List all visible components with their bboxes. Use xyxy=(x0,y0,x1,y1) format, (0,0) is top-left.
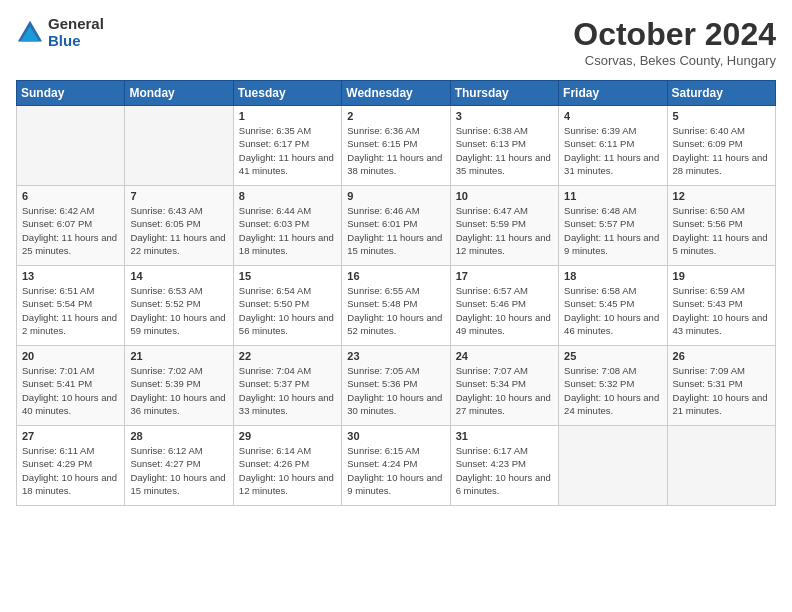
logo-icon xyxy=(16,19,44,47)
day-number: 10 xyxy=(456,190,553,202)
header-day-wednesday: Wednesday xyxy=(342,81,450,106)
day-number: 29 xyxy=(239,430,336,442)
day-number: 4 xyxy=(564,110,661,122)
header-day-monday: Monday xyxy=(125,81,233,106)
day-info: Sunrise: 6:44 AM Sunset: 6:03 PM Dayligh… xyxy=(239,204,336,257)
day-number: 3 xyxy=(456,110,553,122)
day-number: 13 xyxy=(22,270,119,282)
day-info: Sunrise: 6:11 AM Sunset: 4:29 PM Dayligh… xyxy=(22,444,119,497)
day-number: 26 xyxy=(673,350,770,362)
calendar-week-1: 1Sunrise: 6:35 AM Sunset: 6:17 PM Daylig… xyxy=(17,106,776,186)
day-info: Sunrise: 6:12 AM Sunset: 4:27 PM Dayligh… xyxy=(130,444,227,497)
day-number: 27 xyxy=(22,430,119,442)
day-number: 12 xyxy=(673,190,770,202)
calendar-cell xyxy=(17,106,125,186)
day-number: 1 xyxy=(239,110,336,122)
day-number: 20 xyxy=(22,350,119,362)
day-number: 7 xyxy=(130,190,227,202)
day-info: Sunrise: 6:47 AM Sunset: 5:59 PM Dayligh… xyxy=(456,204,553,257)
day-number: 24 xyxy=(456,350,553,362)
calendar-cell: 17Sunrise: 6:57 AM Sunset: 5:46 PM Dayli… xyxy=(450,266,558,346)
location: Csorvas, Bekes County, Hungary xyxy=(573,53,776,68)
header-day-sunday: Sunday xyxy=(17,81,125,106)
calendar-cell: 14Sunrise: 6:53 AM Sunset: 5:52 PM Dayli… xyxy=(125,266,233,346)
day-number: 2 xyxy=(347,110,444,122)
day-info: Sunrise: 7:04 AM Sunset: 5:37 PM Dayligh… xyxy=(239,364,336,417)
calendar-cell: 19Sunrise: 6:59 AM Sunset: 5:43 PM Dayli… xyxy=(667,266,775,346)
calendar-cell: 10Sunrise: 6:47 AM Sunset: 5:59 PM Dayli… xyxy=(450,186,558,266)
calendar-cell: 28Sunrise: 6:12 AM Sunset: 4:27 PM Dayli… xyxy=(125,426,233,506)
day-info: Sunrise: 6:59 AM Sunset: 5:43 PM Dayligh… xyxy=(673,284,770,337)
day-number: 30 xyxy=(347,430,444,442)
day-number: 6 xyxy=(22,190,119,202)
day-info: Sunrise: 6:54 AM Sunset: 5:50 PM Dayligh… xyxy=(239,284,336,337)
logo-general: General xyxy=(48,16,104,33)
calendar-cell xyxy=(667,426,775,506)
day-number: 18 xyxy=(564,270,661,282)
day-info: Sunrise: 6:53 AM Sunset: 5:52 PM Dayligh… xyxy=(130,284,227,337)
day-number: 5 xyxy=(673,110,770,122)
calendar-cell: 29Sunrise: 6:14 AM Sunset: 4:26 PM Dayli… xyxy=(233,426,341,506)
day-info: Sunrise: 6:46 AM Sunset: 6:01 PM Dayligh… xyxy=(347,204,444,257)
header-day-thursday: Thursday xyxy=(450,81,558,106)
day-info: Sunrise: 6:55 AM Sunset: 5:48 PM Dayligh… xyxy=(347,284,444,337)
day-info: Sunrise: 7:09 AM Sunset: 5:31 PM Dayligh… xyxy=(673,364,770,417)
calendar-cell: 22Sunrise: 7:04 AM Sunset: 5:37 PM Dayli… xyxy=(233,346,341,426)
day-info: Sunrise: 6:15 AM Sunset: 4:24 PM Dayligh… xyxy=(347,444,444,497)
day-info: Sunrise: 7:07 AM Sunset: 5:34 PM Dayligh… xyxy=(456,364,553,417)
calendar-cell: 26Sunrise: 7:09 AM Sunset: 5:31 PM Dayli… xyxy=(667,346,775,426)
calendar-week-5: 27Sunrise: 6:11 AM Sunset: 4:29 PM Dayli… xyxy=(17,426,776,506)
calendar-cell: 13Sunrise: 6:51 AM Sunset: 5:54 PM Dayli… xyxy=(17,266,125,346)
calendar-cell: 25Sunrise: 7:08 AM Sunset: 5:32 PM Dayli… xyxy=(559,346,667,426)
calendar-cell: 2Sunrise: 6:36 AM Sunset: 6:15 PM Daylig… xyxy=(342,106,450,186)
day-number: 9 xyxy=(347,190,444,202)
calendar-cell: 1Sunrise: 6:35 AM Sunset: 6:17 PM Daylig… xyxy=(233,106,341,186)
calendar-cell: 31Sunrise: 6:17 AM Sunset: 4:23 PM Dayli… xyxy=(450,426,558,506)
month-title: October 2024 xyxy=(573,16,776,53)
calendar-week-4: 20Sunrise: 7:01 AM Sunset: 5:41 PM Dayli… xyxy=(17,346,776,426)
title-block: October 2024 Csorvas, Bekes County, Hung… xyxy=(573,16,776,68)
day-info: Sunrise: 6:58 AM Sunset: 5:45 PM Dayligh… xyxy=(564,284,661,337)
logo-text: General Blue xyxy=(48,16,104,49)
calendar-cell xyxy=(125,106,233,186)
day-info: Sunrise: 7:08 AM Sunset: 5:32 PM Dayligh… xyxy=(564,364,661,417)
calendar-week-2: 6Sunrise: 6:42 AM Sunset: 6:07 PM Daylig… xyxy=(17,186,776,266)
calendar-cell: 21Sunrise: 7:02 AM Sunset: 5:39 PM Dayli… xyxy=(125,346,233,426)
calendar-body: 1Sunrise: 6:35 AM Sunset: 6:17 PM Daylig… xyxy=(17,106,776,506)
logo-blue: Blue xyxy=(48,33,104,50)
calendar-cell: 27Sunrise: 6:11 AM Sunset: 4:29 PM Dayli… xyxy=(17,426,125,506)
day-number: 23 xyxy=(347,350,444,362)
calendar-cell: 18Sunrise: 6:58 AM Sunset: 5:45 PM Dayli… xyxy=(559,266,667,346)
day-number: 17 xyxy=(456,270,553,282)
calendar-week-3: 13Sunrise: 6:51 AM Sunset: 5:54 PM Dayli… xyxy=(17,266,776,346)
logo: General Blue xyxy=(16,16,104,49)
calendar-cell xyxy=(559,426,667,506)
header-day-tuesday: Tuesday xyxy=(233,81,341,106)
day-number: 11 xyxy=(564,190,661,202)
calendar-cell: 4Sunrise: 6:39 AM Sunset: 6:11 PM Daylig… xyxy=(559,106,667,186)
day-info: Sunrise: 6:14 AM Sunset: 4:26 PM Dayligh… xyxy=(239,444,336,497)
day-info: Sunrise: 7:01 AM Sunset: 5:41 PM Dayligh… xyxy=(22,364,119,417)
header-day-saturday: Saturday xyxy=(667,81,775,106)
calendar-cell: 30Sunrise: 6:15 AM Sunset: 4:24 PM Dayli… xyxy=(342,426,450,506)
calendar-cell: 16Sunrise: 6:55 AM Sunset: 5:48 PM Dayli… xyxy=(342,266,450,346)
day-info: Sunrise: 7:02 AM Sunset: 5:39 PM Dayligh… xyxy=(130,364,227,417)
day-info: Sunrise: 6:17 AM Sunset: 4:23 PM Dayligh… xyxy=(456,444,553,497)
header-day-friday: Friday xyxy=(559,81,667,106)
day-info: Sunrise: 7:05 AM Sunset: 5:36 PM Dayligh… xyxy=(347,364,444,417)
calendar-cell: 15Sunrise: 6:54 AM Sunset: 5:50 PM Dayli… xyxy=(233,266,341,346)
day-info: Sunrise: 6:42 AM Sunset: 6:07 PM Dayligh… xyxy=(22,204,119,257)
day-number: 14 xyxy=(130,270,227,282)
calendar-cell: 24Sunrise: 7:07 AM Sunset: 5:34 PM Dayli… xyxy=(450,346,558,426)
day-info: Sunrise: 6:36 AM Sunset: 6:15 PM Dayligh… xyxy=(347,124,444,177)
calendar-header: SundayMondayTuesdayWednesdayThursdayFrid… xyxy=(17,81,776,106)
day-number: 15 xyxy=(239,270,336,282)
day-number: 28 xyxy=(130,430,227,442)
day-info: Sunrise: 6:48 AM Sunset: 5:57 PM Dayligh… xyxy=(564,204,661,257)
day-number: 16 xyxy=(347,270,444,282)
day-info: Sunrise: 6:57 AM Sunset: 5:46 PM Dayligh… xyxy=(456,284,553,337)
day-number: 8 xyxy=(239,190,336,202)
calendar-cell: 20Sunrise: 7:01 AM Sunset: 5:41 PM Dayli… xyxy=(17,346,125,426)
day-number: 25 xyxy=(564,350,661,362)
page-header: General Blue October 2024 Csorvas, Bekes… xyxy=(16,16,776,68)
